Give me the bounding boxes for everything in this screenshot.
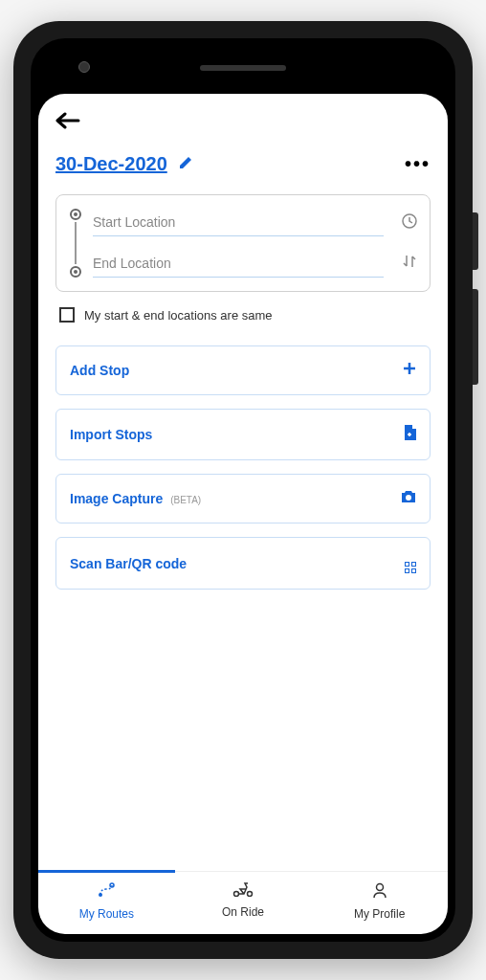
- import-stops-label: Import Stops: [70, 427, 152, 442]
- location-actions: [393, 212, 418, 274]
- start-dot-icon: [70, 209, 81, 220]
- app-screen: 30-Dec-2020 •••: [38, 94, 448, 934]
- nav-on-ride[interactable]: On Ride: [175, 872, 312, 934]
- phone-frame: 30-Dec-2020 •••: [13, 21, 473, 959]
- speaker-grille: [200, 65, 286, 71]
- bottom-nav: My Routes On Ride My Profile: [38, 871, 448, 934]
- route-line: [75, 222, 77, 264]
- date-text: 30-Dec-2020: [55, 153, 167, 175]
- route-indicator: [68, 209, 83, 278]
- volume-button: [473, 212, 478, 270]
- scooter-icon: [232, 881, 254, 902]
- phone-bezel: 30-Dec-2020 •••: [31, 38, 455, 942]
- beta-tag: (BETA): [170, 495, 201, 505]
- svg-point-6: [376, 884, 383, 891]
- nav-my-profile-label: My Profile: [354, 907, 405, 921]
- location-inputs: [93, 209, 384, 278]
- same-location-row: My start & end locations are same: [55, 307, 431, 323]
- plus-icon: [403, 362, 416, 379]
- swap-icon[interactable]: [401, 253, 418, 274]
- image-capture-label: Image Capture (BETA): [70, 491, 201, 506]
- file-import-icon: [403, 425, 416, 444]
- add-stop-label: Add Stop: [70, 363, 129, 378]
- back-button[interactable]: [55, 109, 82, 136]
- date-header-row: 30-Dec-2020 •••: [55, 153, 431, 175]
- date-title[interactable]: 30-Dec-2020: [55, 153, 192, 175]
- add-stop-button[interactable]: Add Stop: [55, 345, 431, 395]
- location-row: [68, 209, 418, 278]
- same-location-label: My start & end locations are same: [84, 308, 273, 323]
- back-arrow-icon: [55, 111, 82, 130]
- edit-icon[interactable]: [179, 156, 192, 173]
- profile-icon: [371, 881, 388, 903]
- qr-icon: [405, 553, 416, 573]
- image-capture-button[interactable]: Image Capture (BETA): [55, 474, 431, 523]
- nav-active-indicator: [38, 870, 175, 873]
- route-icon: [97, 881, 116, 903]
- more-options-button[interactable]: •••: [405, 153, 431, 175]
- svg-point-4: [234, 892, 239, 897]
- svg-point-5: [248, 892, 253, 897]
- start-location-input[interactable]: [93, 209, 384, 236]
- end-location-input[interactable]: [93, 250, 384, 278]
- end-dot-icon: [70, 266, 81, 278]
- svg-point-1: [406, 495, 411, 501]
- location-card: [55, 194, 431, 292]
- same-location-checkbox[interactable]: [59, 307, 75, 323]
- scan-code-button[interactable]: Scan Bar/QR code: [55, 537, 431, 590]
- nav-my-profile[interactable]: My Profile: [311, 872, 448, 934]
- scan-code-label: Scan Bar/QR code: [70, 556, 187, 571]
- front-camera: [78, 61, 90, 73]
- nav-on-ride-label: On Ride: [222, 905, 264, 919]
- history-icon[interactable]: [401, 212, 418, 234]
- power-button: [473, 289, 478, 385]
- nav-my-routes[interactable]: My Routes: [38, 872, 175, 934]
- nav-my-routes-label: My Routes: [79, 907, 134, 921]
- app-content: 30-Dec-2020 •••: [38, 94, 448, 871]
- import-stops-button[interactable]: Import Stops: [55, 409, 431, 460]
- camera-icon: [401, 490, 416, 507]
